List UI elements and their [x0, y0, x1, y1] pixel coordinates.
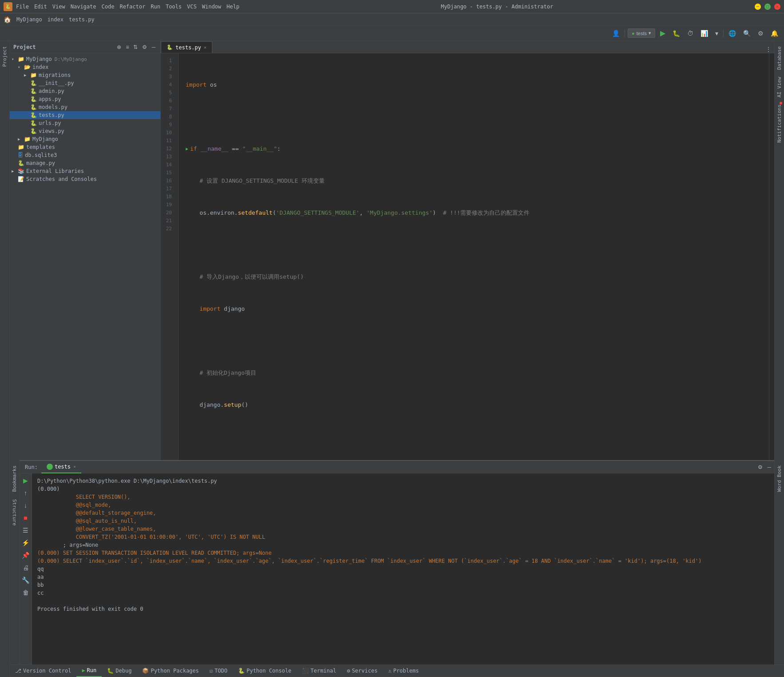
bottom-tab-todo[interactable]: ☑ TODO: [204, 665, 233, 677]
translate-button[interactable]: 🌐: [726, 28, 738, 38]
menu-file[interactable]: File: [16, 4, 29, 10]
minimize-button[interactable]: ─: [755, 4, 761, 10]
bottom-tab-python-console-label: Python Console: [247, 668, 291, 674]
run-play-btn[interactable]: ▶: [20, 475, 31, 486]
run-rerun-btn[interactable]: ↑: [20, 488, 31, 498]
panel-action-minimize[interactable]: ─: [150, 44, 157, 51]
panel-action-collapse[interactable]: ⊕: [115, 44, 123, 51]
more-run-options[interactable]: ▾: [713, 28, 720, 38]
bottom-tab-problems[interactable]: ⚠ Problems: [383, 665, 424, 677]
run-panel: Run: tests ✕ ⚙ ─ ▶ ↑ ↓: [20, 460, 774, 665]
line-num-19: 19: [161, 201, 175, 209]
notifications-panel-btn[interactable]: Notifications: [776, 101, 783, 146]
bookmarks-btn[interactable]: Bookmarks: [11, 462, 18, 496]
panel-action-sort[interactable]: ⇅: [132, 44, 139, 51]
maximize-button[interactable]: □: [764, 4, 771, 10]
tree-init-label: __init__.py: [39, 80, 74, 86]
structure-btn[interactable]: Structure: [11, 496, 18, 529]
tree-item-external[interactable]: ▶ 📚 External Libraries: [10, 167, 160, 175]
menu-run[interactable]: Run: [151, 4, 160, 10]
menu-code[interactable]: Code: [102, 4, 115, 10]
breadcrumb-file[interactable]: tests.py: [66, 16, 97, 23]
menu-vcs[interactable]: VCS: [187, 4, 197, 10]
run-trash-btn[interactable]: 🗑: [20, 587, 31, 598]
bottom-tab-debug[interactable]: 🐛 Debug: [102, 665, 137, 677]
file-tree-panel: Project ⊕ ≡ ⇅ ⚙ ─ ▾ 📁 MyDjango: [10, 41, 161, 460]
word-book-btn[interactable]: Word Book: [776, 462, 783, 496]
tree-root[interactable]: ▾ 📁 MyDjango D:\MyDjango: [10, 55, 160, 63]
code-editor[interactable]: 1 2 3 4 5 6 7 8 9 10 11 12 13 14: [161, 53, 774, 460]
run-stop-all-btn[interactable]: ■: [20, 513, 31, 523]
tab-settings-btn[interactable]: ⋮: [764, 46, 772, 53]
run-tab-actions: ⚙ ─: [756, 464, 772, 471]
run-config-selector[interactable]: ● tests ▾: [628, 28, 655, 38]
run-scroll-btn[interactable]: 🖨: [20, 562, 31, 573]
tree-item-db[interactable]: 🗄 db.sqlite3: [10, 151, 160, 159]
notifications-button[interactable]: 🔔: [768, 28, 780, 38]
menu-view[interactable]: View: [52, 4, 65, 10]
run-with-coverage-button[interactable]: ⏱: [685, 28, 696, 38]
breadcrumb-project[interactable]: MyDjango: [14, 16, 45, 23]
menu-help[interactable]: Help: [227, 4, 239, 10]
code-line-2: [186, 113, 762, 121]
run-filter-btn[interactable]: ⚡: [20, 537, 31, 548]
tree-item-migrations[interactable]: ▶ 📁 migrations: [10, 71, 160, 79]
debug-button[interactable]: 🐛: [670, 28, 682, 38]
menu-edit[interactable]: Edit: [34, 4, 47, 10]
code-line-4: # 设置 DJANGO_SETTINGS_MODULE 环境变量: [186, 177, 762, 185]
run-settings-btn[interactable]: ⚙: [756, 464, 764, 471]
profile-button[interactable]: 📊: [698, 28, 710, 38]
tree-item-scratches[interactable]: 📝 Scratches and Consoles: [10, 175, 160, 183]
menu-navigate[interactable]: Navigate: [71, 4, 96, 10]
menu-bar[interactable]: File Edit View Navigate Code Refactor Ru…: [16, 4, 239, 10]
bottom-tab-version-control[interactable]: ⎇ Version Control: [10, 665, 76, 677]
panel-action-settings[interactable]: ⚙: [141, 44, 148, 51]
tree-item-index[interactable]: ▾ 📂 index: [10, 63, 160, 71]
search-everywhere-button[interactable]: 🔍: [741, 28, 753, 38]
menu-tools[interactable]: Tools: [166, 4, 182, 10]
menu-refactor[interactable]: Refactor: [119, 4, 145, 10]
tree-item-urls[interactable]: 🐍 urls.py: [10, 119, 160, 127]
run-tab-tests[interactable]: tests ✕: [41, 461, 81, 473]
settings-button[interactable]: ⚙: [756, 28, 766, 38]
window-controls[interactable]: ─ □ ✕: [755, 4, 780, 10]
tree-item-tests[interactable]: 🐍 tests.py: [10, 111, 160, 119]
menu-window[interactable]: Window: [202, 4, 221, 10]
run-list-btn[interactable]: ☰: [20, 525, 31, 536]
database-panel-btn[interactable]: Database: [776, 43, 783, 73]
tree-item-manage[interactable]: 🐍 manage.py: [10, 159, 160, 167]
run-wrench-btn[interactable]: 🔧: [20, 575, 31, 585]
run-pin-btn[interactable]: 📌: [20, 550, 31, 561]
keyword: import: [186, 81, 207, 89]
breadcrumb-index[interactable]: index: [45, 16, 66, 23]
close-button[interactable]: ✕: [774, 4, 780, 10]
bottom-tab-python-console[interactable]: 🐍 Python Console: [233, 665, 297, 677]
panel-action-expand[interactable]: ≡: [124, 44, 130, 51]
run-tab-close[interactable]: ✕: [73, 464, 76, 469]
bottom-tab-services[interactable]: ⚙ Services: [342, 665, 383, 677]
tree-item-templates[interactable]: 📁 templates: [10, 143, 160, 151]
project-tab-label[interactable]: Project: [1, 43, 8, 70]
editor-tab-close[interactable]: ✕: [204, 45, 207, 50]
tree-item-init[interactable]: 🐍 __init__.py: [10, 79, 160, 87]
tree-item-mydjango2[interactable]: ▶ 📁 MyDjango: [10, 135, 160, 143]
line-num-21: 21: [161, 217, 175, 225]
bottom-tab-run[interactable]: ▶ Run: [76, 665, 102, 677]
run-button[interactable]: ▶: [658, 28, 668, 39]
bottom-tab-terminal[interactable]: ⬛ Terminal: [297, 665, 342, 677]
tree-item-models[interactable]: 🐍 models.py: [10, 103, 160, 111]
tree-item-views[interactable]: 🐍 views.py: [10, 127, 160, 135]
line-num-6: 6: [161, 97, 175, 105]
ai-view-panel-btn[interactable]: AI View: [776, 73, 783, 101]
tree-views-icon: 🐍: [30, 128, 37, 134]
line-num-8: 8: [161, 113, 175, 121]
user-button[interactable]: 👤: [610, 28, 622, 38]
code-content[interactable]: import os ▶ if __name__ == "__main__": #…: [179, 53, 769, 460]
run-stop-btn[interactable]: ↓: [20, 500, 31, 511]
tree-item-admin[interactable]: 🐍 admin.py: [10, 87, 160, 95]
run-minimize-btn[interactable]: ─: [766, 464, 772, 471]
tree-item-apps[interactable]: 🐍 apps.py: [10, 95, 160, 103]
editor-tab-tests[interactable]: 🐍 tests.py ✕: [161, 41, 212, 53]
tree-scratches-icon: 📝: [18, 176, 24, 182]
bottom-tab-packages[interactable]: 📦 Python Packages: [137, 665, 204, 677]
